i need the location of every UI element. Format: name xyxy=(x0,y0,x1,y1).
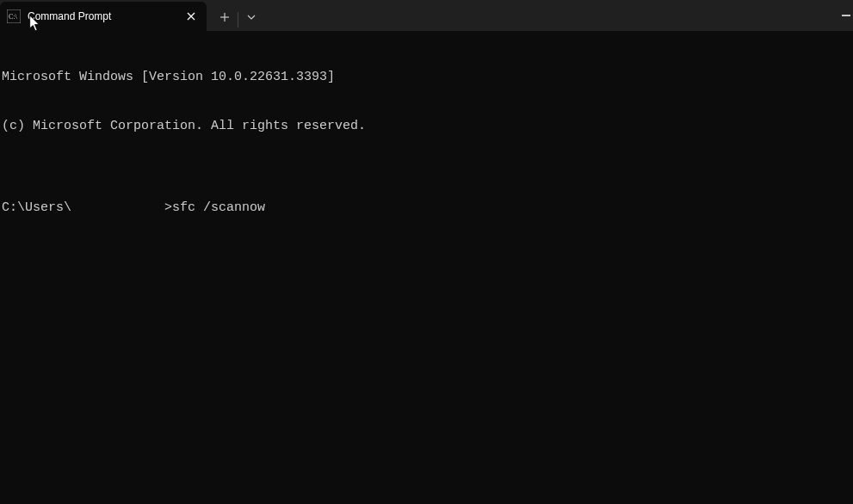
tab-actions xyxy=(207,0,264,31)
prompt-symbol: > xyxy=(164,200,172,216)
tab-title: Command Prompt xyxy=(28,10,182,22)
prompt-path: C:\Users\ xyxy=(2,200,71,216)
cmd-icon: C:\ xyxy=(7,9,21,23)
terminal-line-version: Microsoft Windows [Version 10.0.22631.33… xyxy=(2,69,851,85)
plus-icon xyxy=(219,12,230,22)
tab-dropdown-button[interactable] xyxy=(238,4,264,30)
chevron-down-icon xyxy=(247,15,256,20)
terminal-line-copyright: (c) Microsoft Corporation. All rights re… xyxy=(2,118,851,134)
terminal-prompt-line: C:\Users\ >sfc /scannow xyxy=(2,200,851,216)
minimize-icon xyxy=(842,15,850,16)
tab-close-button[interactable] xyxy=(182,8,200,25)
titlebar: C:\ Command Prompt xyxy=(0,0,853,31)
close-icon xyxy=(187,12,195,21)
svg-text:C:\: C:\ xyxy=(9,13,18,21)
command-text: sfc /scannow xyxy=(172,200,265,216)
minimize-button[interactable] xyxy=(841,5,851,26)
active-tab[interactable]: C:\ Command Prompt xyxy=(0,2,207,31)
window-controls xyxy=(841,0,853,31)
terminal-output[interactable]: Microsoft Windows [Version 10.0.22631.33… xyxy=(0,31,853,234)
prompt-gap xyxy=(71,200,164,216)
new-tab-button[interactable] xyxy=(212,4,238,30)
